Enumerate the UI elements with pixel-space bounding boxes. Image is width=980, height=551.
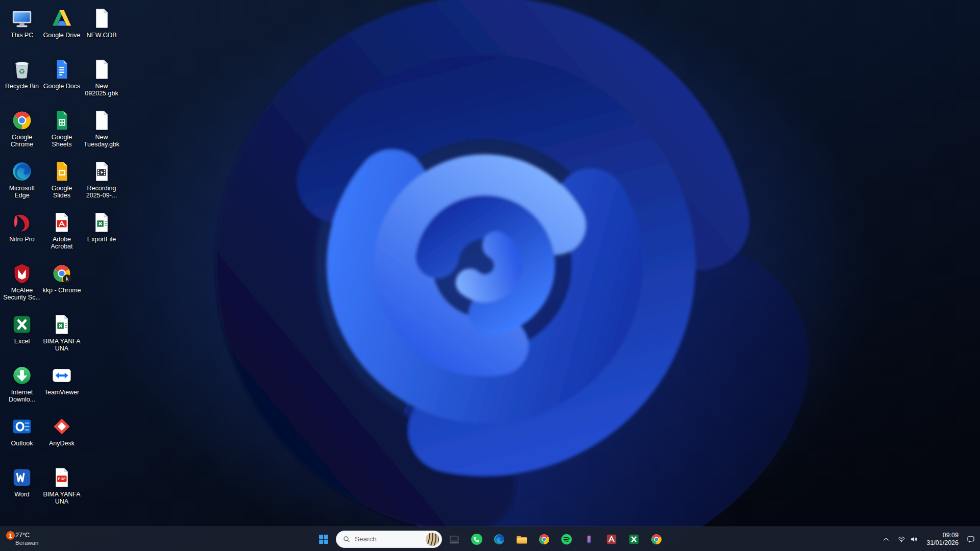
taskbar-app-laptop[interactable] xyxy=(444,529,464,549)
edge-icon xyxy=(10,160,34,183)
desktop-icon-this-pc[interactable]: This PC xyxy=(2,3,42,54)
desktop-icon-exportfile[interactable]: ExportFile xyxy=(82,207,121,258)
taskbar-app-whatsapp[interactable] xyxy=(467,529,487,549)
nitro-pro-icon xyxy=(10,211,34,234)
tray-date: 31/01/2026 xyxy=(926,539,959,547)
icon-label: Google Drive xyxy=(43,32,81,39)
wallpaper-bloom xyxy=(0,0,980,551)
icon-label: This PC xyxy=(11,32,33,39)
desktop-column-2: Google Drive Google Docs Google Sheets xyxy=(42,3,82,513)
taskbar-app-access[interactable] xyxy=(601,529,622,549)
desktop-icon-google-chrome[interactable]: Google Chrome xyxy=(2,105,42,156)
taskbar-app-chrome-secondary[interactable] xyxy=(646,529,667,549)
desktop-icon-kkp-chrome[interactable]: k kkp - Chrome xyxy=(42,258,82,309)
excel-file-icon xyxy=(90,211,113,234)
taskbar-app-spotify[interactable] xyxy=(556,529,577,549)
desktop-icon-outlook[interactable]: Outlook xyxy=(2,411,42,462)
google-sheets-icon xyxy=(50,109,74,132)
desktop-icon-excel[interactable]: Excel xyxy=(2,309,42,360)
desktop-icon-new-092025-gbk[interactable]: New 092025.gbk xyxy=(82,54,121,105)
icon-label: Outlook xyxy=(11,440,33,447)
excel-icon xyxy=(10,313,34,336)
icon-label: Recording 2025-09-... xyxy=(82,185,121,199)
icon-label: Recycle Bin xyxy=(5,83,39,90)
desktop-icon-adobe-acrobat[interactable]: Adobe Acrobat xyxy=(42,207,82,258)
svg-text:k: k xyxy=(66,276,69,282)
icon-label: New 092025.gbk xyxy=(82,83,121,97)
whatsapp-icon xyxy=(470,533,483,546)
icon-label: Google Slides xyxy=(42,185,81,199)
icon-label: McAfee Security Sc... xyxy=(3,287,41,301)
icon-label: NEW.GDB xyxy=(86,32,116,39)
icon-label: Google Docs xyxy=(43,83,80,90)
outlook-icon xyxy=(10,415,34,438)
taskbar-app-edge[interactable] xyxy=(489,529,509,549)
desktop-icon-google-drive[interactable]: Google Drive xyxy=(42,3,82,54)
icon-label: BIMA YANFA UNA xyxy=(42,491,81,505)
desktop-icon-microsoft-edge[interactable]: Microsoft Edge xyxy=(2,156,42,207)
google-drive-icon xyxy=(50,7,74,30)
recycle-bin-icon: ♻ xyxy=(10,58,34,81)
word-icon xyxy=(10,466,34,489)
desktop-icon-mcafee[interactable]: McAfee Security Sc... xyxy=(2,258,42,309)
anydesk-icon xyxy=(50,415,74,438)
tray-overflow-button[interactable] xyxy=(879,529,893,549)
desktop-icon-idm[interactable]: Internet Downlo... xyxy=(2,360,42,411)
desktop-icon-word[interactable]: Word xyxy=(2,462,42,513)
desktop-icon-new-gdb[interactable]: NEW.GDB xyxy=(82,3,121,54)
icon-label: TeamViewer xyxy=(44,389,80,396)
idm-icon xyxy=(10,364,34,387)
taskbar-app-phone-link[interactable] xyxy=(579,529,599,549)
icon-label: New Tuesday.gbk xyxy=(82,134,121,148)
pdf-file-icon: PDF xyxy=(50,466,74,489)
chrome-icon xyxy=(10,109,34,132)
media-file-icon xyxy=(90,160,113,183)
folder-icon xyxy=(515,533,528,546)
start-button[interactable] xyxy=(313,529,334,549)
chrome-icon xyxy=(650,533,663,546)
weather-condition: Berawan xyxy=(15,539,38,547)
taskbar-app-file-explorer[interactable] xyxy=(511,529,532,549)
desktop-icon-bima-yanfa-una-xls[interactable]: BIMA YANFA UNA xyxy=(42,309,82,360)
taskbar-app-chrome[interactable] xyxy=(534,529,554,549)
laptop-app-icon xyxy=(448,533,461,546)
clock[interactable]: 09:09 31/01/2026 xyxy=(922,532,963,547)
desktop-surface[interactable]: This PC ♻ Recycle Bin Google Chrome xyxy=(2,3,121,513)
icon-label: Google Sheets xyxy=(42,134,81,148)
icon-label: Nitro Pro xyxy=(9,236,34,243)
blank-file-icon xyxy=(90,58,113,81)
taskbar: 1 27°C Berawan Search xyxy=(0,527,980,551)
desktop-icon-google-slides[interactable]: Google Slides xyxy=(42,156,82,207)
icon-label: BIMA YANFA UNA xyxy=(42,338,81,352)
chrome-icon xyxy=(537,533,551,546)
desktop-icon-google-sheets[interactable]: Google Sheets xyxy=(42,105,82,156)
svg-text:♻: ♻ xyxy=(19,67,26,76)
google-slides-icon xyxy=(50,160,74,183)
icon-label: ExportFile xyxy=(87,236,116,243)
quick-settings-button[interactable] xyxy=(894,529,921,549)
desktop-column-3: NEW.GDB New 092025.gbk New Tuesday.gbk xyxy=(82,3,121,513)
desktop-icon-bima-yanfa-una-pdf[interactable]: PDF BIMA YANFA UNA xyxy=(42,462,82,513)
icon-label: AnyDesk xyxy=(49,440,75,447)
phone-link-icon xyxy=(582,533,596,546)
desktop-icon-google-docs[interactable]: Google Docs xyxy=(42,54,82,105)
weather-text: 27°C Berawan xyxy=(15,532,38,547)
notification-icon xyxy=(966,535,975,544)
google-docs-icon xyxy=(50,58,74,81)
weather-widget[interactable]: 1 27°C Berawan xyxy=(2,527,43,551)
desktop-icon-anydesk[interactable]: AnyDesk xyxy=(42,411,82,462)
taskbar-app-excel[interactable] xyxy=(624,529,644,549)
desktop-icon-recycle-bin[interactable]: ♻ Recycle Bin xyxy=(2,54,42,105)
desktop-icon-nitro-pro[interactable]: Nitro Pro xyxy=(2,207,42,258)
search-box[interactable]: Search xyxy=(336,531,442,548)
search-highlight-image xyxy=(426,533,439,546)
desktop-icon-recording[interactable]: Recording 2025-09-... xyxy=(82,156,121,207)
notification-center-button[interactable] xyxy=(964,529,978,549)
desktop-icon-teamviewer[interactable]: TeamViewer xyxy=(42,360,82,411)
desktop-icon-new-tuesday-gbk[interactable]: New Tuesday.gbk xyxy=(82,105,121,156)
weather-temperature: 27°C xyxy=(15,532,38,539)
chrome-shortcut-icon: k xyxy=(50,262,74,285)
excel-file-icon xyxy=(50,313,74,336)
wifi-icon xyxy=(897,535,906,544)
icon-label: Google Chrome xyxy=(3,134,41,148)
